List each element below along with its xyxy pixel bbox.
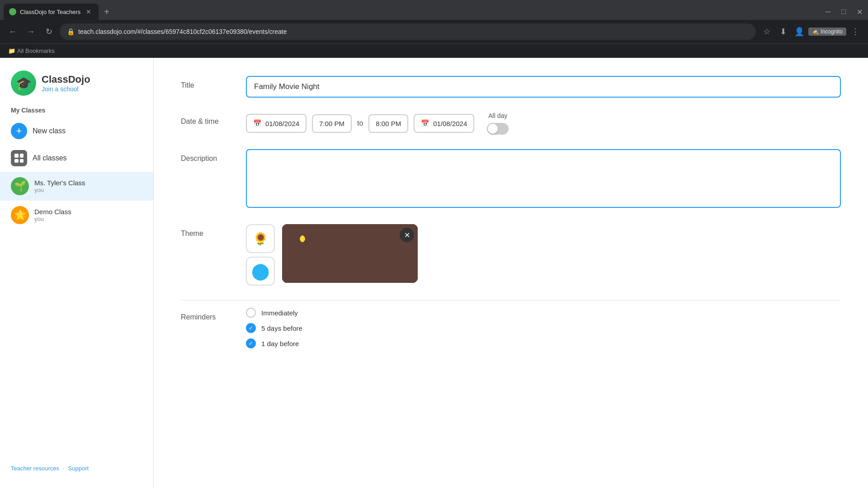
end-date-value: 01/08/2024 bbox=[433, 120, 467, 127]
tab-favicon bbox=[9, 8, 16, 15]
description-field bbox=[246, 149, 841, 210]
all-day-toggle[interactable] bbox=[487, 123, 509, 135]
description-row: Description bbox=[181, 149, 841, 210]
class-sub-demo: you bbox=[34, 216, 71, 222]
join-school-link[interactable]: Join a school bbox=[42, 85, 90, 93]
folder-icon: 📁 bbox=[8, 47, 15, 54]
toggle-thumb bbox=[488, 124, 498, 134]
start-time-picker[interactable]: 7:00 PM bbox=[312, 114, 352, 133]
end-date-picker[interactable]: 📅 01/08/2024 bbox=[414, 114, 474, 133]
close-window-button[interactable]: ✕ bbox=[851, 6, 868, 18]
menu-button[interactable]: ⋮ bbox=[848, 24, 863, 39]
incognito-badge: 🕵️ Incognito bbox=[808, 28, 846, 36]
new-class-button[interactable]: + New class bbox=[0, 117, 153, 145]
reminder-1day-label: 1 day before bbox=[261, 340, 299, 347]
description-textarea[interactable] bbox=[246, 149, 841, 208]
calendar-icon-start: 📅 bbox=[253, 119, 262, 127]
class-name-demo: Demo Class bbox=[34, 208, 71, 216]
all-day-label: All day bbox=[488, 112, 507, 119]
class-sub-tyler: you bbox=[34, 187, 85, 193]
start-time-value: 7:00 PM bbox=[319, 120, 344, 127]
theme-close-button[interactable]: ✕ bbox=[400, 228, 414, 242]
my-classes-heading: My Classes bbox=[0, 105, 153, 117]
incognito-label: Incognito bbox=[821, 28, 843, 35]
class-name-tyler: Ms. Tyler's Class bbox=[34, 179, 85, 187]
class-info-tyler: Ms. Tyler's Class you bbox=[34, 179, 85, 193]
app-name: ClassDojo bbox=[42, 74, 90, 85]
new-tab-button[interactable]: + bbox=[100, 5, 113, 19]
start-date-value: 01/08/2024 bbox=[265, 120, 299, 127]
title-row: Title bbox=[181, 76, 841, 98]
sidebar: 🎓 ClassDojo Join a school My Classes + N… bbox=[0, 58, 154, 488]
all-day-section: All day bbox=[487, 112, 509, 135]
theme-sunflower-button[interactable]: 🌻 bbox=[246, 224, 275, 253]
reminder-1day-radio[interactable] bbox=[246, 338, 256, 348]
all-classes-button[interactable]: All classes bbox=[0, 145, 153, 172]
sunflower-icon: 🌻 bbox=[253, 231, 269, 246]
tab-title: ClassDojo for Teachers bbox=[20, 9, 80, 15]
address-bar[interactable]: 🔒 teach.classdojo.com/#/classes/65974c81… bbox=[60, 23, 756, 40]
sidebar-item-demo[interactable]: 🌟 Demo Class you bbox=[0, 201, 153, 230]
reminders-row: Reminders Immediately 5 days before 1 da… bbox=[181, 308, 841, 354]
bookmark-star-button[interactable]: ☆ bbox=[760, 24, 774, 39]
tab-close-button[interactable]: ✕ bbox=[84, 7, 93, 16]
profile-button[interactable]: 👤 bbox=[792, 24, 807, 39]
reminder-5days-label: 5 days before bbox=[261, 324, 302, 332]
browser-tab[interactable]: ClassDojo for Teachers ✕ bbox=[4, 4, 99, 20]
circle-icon: ⬤ bbox=[251, 262, 269, 281]
all-classes-label: All classes bbox=[33, 154, 67, 162]
main-content: Title Date & time 📅 01/08/2024 7:00 PM t… bbox=[154, 58, 868, 488]
end-time-picker[interactable]: 8:00 PM bbox=[368, 114, 408, 133]
lock-icon: 🔒 bbox=[67, 28, 75, 35]
reminder-5days: 5 days before bbox=[246, 323, 841, 333]
reminder-immediately: Immediately bbox=[246, 308, 841, 318]
end-time-value: 8:00 PM bbox=[376, 120, 401, 127]
title-input[interactable] bbox=[246, 76, 841, 98]
window-controls: ─ □ ✕ bbox=[820, 6, 868, 18]
incognito-icon: 🕵️ bbox=[812, 28, 819, 35]
sidebar-item-ms-tyler[interactable]: 🌱 Ms. Tyler's Class you bbox=[0, 172, 153, 201]
title-label: Title bbox=[181, 76, 235, 89]
datetime-label: Date & time bbox=[181, 112, 235, 126]
reminder-5days-radio[interactable] bbox=[246, 323, 256, 333]
reminders-field: Immediately 5 days before 1 day before bbox=[246, 308, 841, 354]
reminders-label: Reminders bbox=[181, 308, 235, 321]
new-class-icon: + bbox=[11, 123, 27, 139]
footer-divider: · bbox=[63, 465, 65, 472]
new-class-label: New class bbox=[33, 127, 66, 135]
calendar-icon-end: 📅 bbox=[421, 119, 429, 127]
theme-section: 🌻 ⬤ ✕ bbox=[246, 224, 841, 286]
sidebar-footer: Teacher resources · Support bbox=[0, 458, 153, 479]
support-link[interactable]: Support bbox=[68, 465, 89, 472]
description-label: Description bbox=[181, 149, 235, 163]
maximize-button[interactable]: □ bbox=[836, 6, 851, 18]
to-label: to bbox=[357, 119, 363, 127]
sidebar-logo: 🎓 ClassDojo Join a school bbox=[0, 67, 153, 105]
theme-circle-button[interactable]: ⬤ bbox=[246, 257, 275, 286]
bookmarks-text: All Bookmarks bbox=[17, 47, 55, 54]
bookmarks-label[interactable]: 📁 All Bookmarks bbox=[5, 47, 57, 55]
back-button[interactable]: ← bbox=[5, 24, 20, 39]
download-button[interactable]: ⬇ bbox=[776, 24, 790, 39]
datetime-row: Date & time 📅 01/08/2024 7:00 PM to 8:00… bbox=[181, 112, 841, 135]
reload-button[interactable]: ↻ bbox=[42, 24, 56, 39]
minimize-button[interactable]: ─ bbox=[820, 6, 836, 18]
datetime-field: 📅 01/08/2024 7:00 PM to 8:00 PM 📅 01/08/… bbox=[246, 112, 841, 135]
url-text: teach.classdojo.com/#/classes/65974c810c… bbox=[78, 28, 749, 35]
start-date-picker[interactable]: 📅 01/08/2024 bbox=[246, 114, 307, 133]
all-classes-icon bbox=[11, 150, 27, 166]
class-info-demo: Demo Class you bbox=[34, 208, 71, 222]
class-avatar-orange: 🌟 bbox=[11, 206, 29, 224]
section-divider bbox=[181, 300, 841, 300]
theme-preview-image bbox=[282, 224, 418, 283]
teacher-resources-link[interactable]: Teacher resources bbox=[11, 465, 59, 472]
theme-preview: ✕ bbox=[282, 224, 418, 283]
theme-field: 🌻 ⬤ ✕ bbox=[246, 224, 841, 286]
theme-icons: 🌻 ⬤ bbox=[246, 224, 275, 286]
reminder-immediately-radio[interactable] bbox=[246, 308, 256, 318]
reminder-1day: 1 day before bbox=[246, 338, 841, 348]
theme-row: Theme 🌻 ⬤ ✕ bbox=[181, 224, 841, 286]
logo-image: 🎓 bbox=[11, 70, 36, 96]
title-field bbox=[246, 76, 841, 98]
forward-button[interactable]: → bbox=[24, 24, 38, 39]
